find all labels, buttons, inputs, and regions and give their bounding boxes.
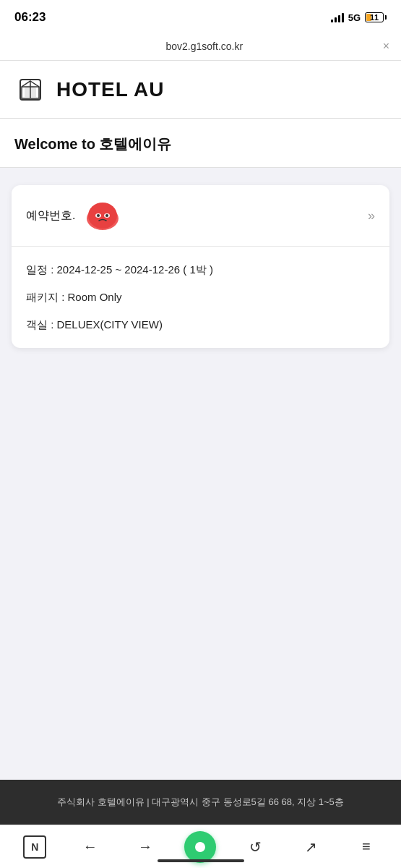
package-row: 패키지 : Room Only — [26, 289, 375, 306]
mascot-blob-icon — [82, 200, 123, 231]
main-content: 예약번호. » 일정 : 2024-12-25 ~ 2024 — [0, 168, 401, 365]
status-bar: 06:23 5G 11 — [0, 0, 401, 32]
room-value: DELUEX(CITY VIEW) — [57, 318, 163, 331]
nav-share-button[interactable]: ↗ — [295, 831, 327, 863]
nav-menu-button[interactable]: ≡ — [350, 831, 382, 863]
battery-level: 11 — [370, 13, 379, 22]
room-label: 객실 — [26, 318, 48, 331]
svg-point-9 — [97, 214, 100, 217]
browser-close-button[interactable]: × — [383, 40, 389, 53]
browser-bar: bov2.g1soft.co.kr × — [0, 32, 401, 61]
site-header: HOTEL AU — [0, 61, 401, 119]
welcome-heading: Welcome to 호텔에이유 — [14, 136, 171, 152]
home-indicator — [158, 859, 244, 862]
booking-id-label: 예약번호. — [26, 208, 75, 224]
booking-chevron-icon[interactable]: » — [368, 208, 375, 224]
share-icon: ↗ — [305, 838, 317, 856]
back-icon: ← — [83, 838, 98, 855]
menu-icon: ≡ — [362, 838, 371, 855]
forward-icon: → — [138, 838, 152, 855]
n-icon: N — [23, 835, 46, 859]
booking-card: 예약번호. » 일정 : 2024-12-25 ~ 2024 — [12, 185, 389, 348]
nav-forward-button[interactable]: → — [129, 831, 161, 863]
status-5g-label: 5G — [348, 12, 361, 23]
footer-text: 주식회사 호텔에이유 | 대구광역시 중구 동성로5길 66 68, 지상 1~… — [57, 796, 344, 807]
hotel-name-title: HOTEL AU — [56, 78, 165, 101]
package-label: 패키지 — [26, 291, 59, 303]
battery-icon: 11 — [365, 12, 387, 22]
reload-icon: ↺ — [249, 838, 262, 856]
status-time: 06:23 — [14, 10, 46, 25]
schedule-separator: : — [48, 263, 57, 276]
svg-point-6 — [88, 203, 117, 229]
hotel-au-logo-icon — [14, 74, 46, 106]
room-row: 객실 : DELUEX(CITY VIEW) — [26, 316, 375, 333]
schedule-row: 일정 : 2024-12-25 ~ 2024-12-26 ( 1박 ) — [26, 261, 375, 278]
nav-home-button[interactable] — [184, 831, 216, 863]
booking-details: 일정 : 2024-12-25 ~ 2024-12-26 ( 1박 ) 패키지 … — [12, 247, 389, 348]
schedule-value: 2024-12-25 ~ 2024-12-26 ( 1박 ) — [57, 263, 213, 276]
status-icons: 5G 11 — [331, 12, 387, 23]
schedule-label: 일정 — [26, 263, 48, 276]
home-icon — [195, 842, 205, 852]
site-footer: 주식회사 호텔에이유 | 대구광역시 중구 동성로5길 66 68, 지상 1~… — [0, 780, 401, 825]
package-value: Room Only — [68, 291, 122, 303]
nav-back-button[interactable]: ← — [74, 831, 106, 863]
signal-bars-icon — [331, 12, 344, 22]
welcome-section: Welcome to 호텔에이유 — [0, 119, 401, 168]
nav-reload-button[interactable]: ↺ — [240, 831, 272, 863]
logo-area: HOTEL AU — [14, 74, 165, 106]
booking-header-row[interactable]: 예약번호. » — [12, 185, 389, 247]
browser-url[interactable]: bov2.g1soft.co.kr — [33, 41, 376, 52]
booking-id-section: 예약번호. — [26, 200, 123, 231]
svg-point-10 — [105, 214, 108, 217]
nav-n-button[interactable]: N — [19, 831, 51, 863]
